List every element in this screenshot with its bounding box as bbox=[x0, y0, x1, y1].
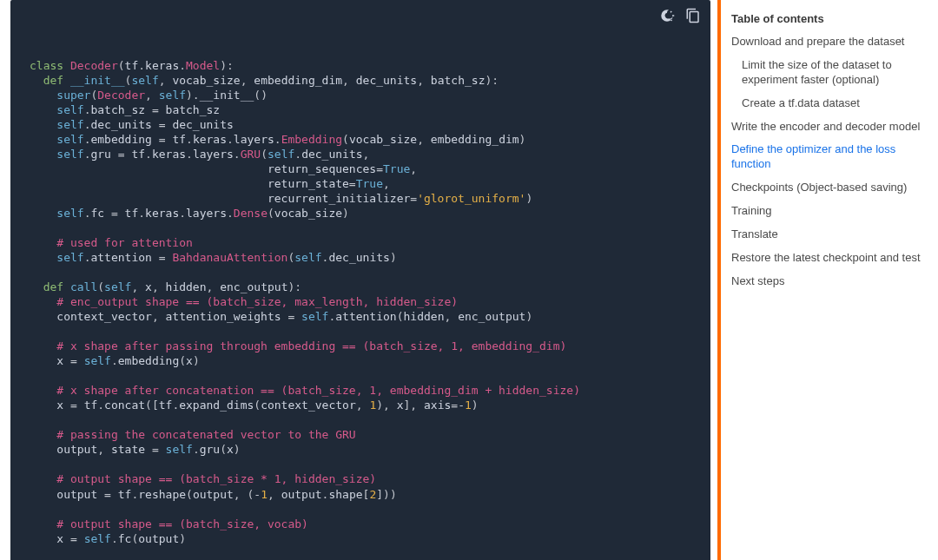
toc-link-8[interactable]: Restore the latest checkpoint and test bbox=[721, 247, 938, 270]
toc-link-1[interactable]: Limit the size of the dataset to experim… bbox=[721, 54, 938, 92]
theme-toggle-icon[interactable] bbox=[658, 7, 676, 24]
code-block: class Decoder(tf.keras.Model): def __ini… bbox=[10, 0, 710, 560]
toc-link-6[interactable]: Training bbox=[721, 200, 938, 223]
toc-link-3[interactable]: Write the encoder and decoder model bbox=[721, 115, 938, 139]
toc-link-7[interactable]: Translate bbox=[721, 223, 938, 247]
toc-link-4[interactable]: Define the optimizer and the loss functi… bbox=[721, 138, 938, 176]
code-actions bbox=[658, 7, 702, 24]
toc-link-0[interactable]: Download and prepare the dataset bbox=[721, 30, 938, 54]
table-of-contents: Table of contents Download and prepare t… bbox=[717, 0, 938, 560]
toc-link-9[interactable]: Next steps bbox=[721, 270, 938, 293]
main-area: class Decoder(tf.keras.Model): def __ini… bbox=[0, 0, 717, 560]
toc-link-2[interactable]: Create a tf.data dataset bbox=[721, 92, 938, 115]
copy-icon[interactable] bbox=[684, 7, 702, 24]
toc-link-5[interactable]: Checkpoints (Object-based saving) bbox=[721, 176, 938, 200]
code-content: class Decoder(tf.keras.Model): def __ini… bbox=[30, 58, 693, 560]
toc-heading: Table of contents bbox=[721, 9, 938, 30]
